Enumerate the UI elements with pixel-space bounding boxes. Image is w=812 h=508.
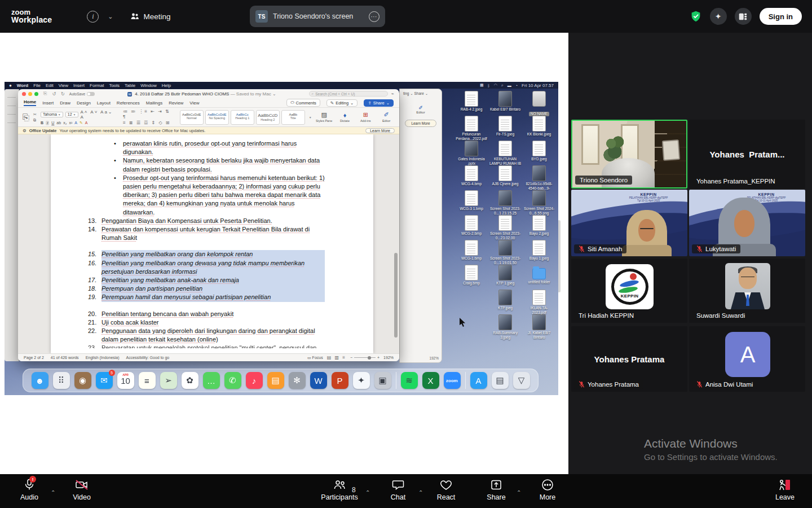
more-button[interactable]: More (535, 478, 561, 501)
battery-icon[interactable]: ▬ (508, 84, 511, 87)
menubar-item[interactable]: Format (90, 83, 104, 88)
learn-more-button[interactable]: Learn More (365, 128, 395, 133)
dock-app-icon[interactable] (465, 372, 466, 389)
word-count[interactable]: 41 of 426 words (51, 356, 79, 360)
font-color-icon[interactable]: A (85, 121, 88, 125)
share-button[interactable]: ⇪ Share ⌄ (364, 99, 394, 107)
dock-app-icon[interactable]: A (470, 372, 487, 389)
menubar-item[interactable]: Table (125, 83, 135, 88)
menubar-item[interactable]: Insert (73, 83, 85, 88)
apple-menu-icon[interactable]: ● (9, 83, 12, 88)
share-options-chevron[interactable]: ⌃ (517, 489, 521, 496)
desktop-icon[interactable]: untitled folder (522, 265, 556, 290)
meeting-info-icon[interactable]: i (87, 11, 99, 23)
video-tile-anisa[interactable]: A Anisa Dwi Utami (689, 326, 805, 392)
desktop-icon[interactable]: BYD.jpeg (522, 141, 556, 165)
dock-app-icon[interactable] (396, 372, 396, 389)
dock-app-icon[interactable]: ♪ (246, 372, 263, 389)
align-buttons[interactable]: ≡ ≣ ☰ ☲ ⇕ ◇ ⊞ (123, 120, 176, 125)
superscript-button[interactable]: x² (69, 121, 72, 125)
desktop-icon[interactable]: KEBUTUHAN LAMPU RUMAH IB (488, 141, 522, 165)
dock-app-icon[interactable]: ≋ (401, 372, 418, 389)
desktop-icon[interactable]: KTP 1.jpeg (488, 265, 522, 290)
desktop-icon[interactable]: RAB-4 2.jpeg (454, 91, 488, 116)
menubar-item[interactable]: Word (17, 83, 28, 88)
dock-app-icon[interactable]: ✆ (224, 372, 241, 389)
more-options-icon[interactable]: ⋯ (369, 11, 379, 22)
style-card[interactable]: AaBb Title (281, 110, 305, 125)
video-tile-tri-hadiah[interactable]: KEPPIN Tri Hadiah KEPPIN (571, 259, 687, 323)
zoom-window-button[interactable] (34, 92, 38, 96)
sign-in-button[interactable]: Sign in (760, 8, 802, 25)
ribbon-tab[interactable]: Mailings (146, 100, 162, 106)
dictate-button[interactable]: ♦Dictate (337, 112, 354, 122)
desktop-icon[interactable]: NO NAME (522, 91, 556, 116)
desktop-icon[interactable]: IKLAN-TA-2023.pdf (522, 290, 556, 314)
chat-options-chevron[interactable]: ⌃ (418, 489, 423, 496)
accessibility-status[interactable]: Accessibility: Good to go (126, 356, 170, 360)
video-tile-yohanes-keppin[interactable]: Yohanes Pratam... Yohanes Pratama_KEPPIN (689, 120, 805, 189)
document-scrollbar[interactable] (394, 253, 398, 338)
menubar-item[interactable]: Window (140, 83, 156, 88)
desktop-icon[interactable]: Fir-TS.jpeg (488, 116, 522, 141)
editing-mode-button[interactable]: ✎ Editing ⌄ (326, 99, 358, 107)
dock-app-icon[interactable]: X (422, 372, 439, 389)
dock-app-icon[interactable]: ➢ (160, 372, 177, 389)
redo-icon[interactable]: ↻ (61, 91, 65, 97)
focus-mode-button[interactable]: ▭ Focus (307, 356, 323, 360)
desktop-icon[interactable]: Jl. Kabel E8/7 Bintaro (522, 314, 556, 339)
video-button[interactable]: Video (68, 478, 96, 501)
desktop-icon[interactable]: Screen Shot 2024-0...6.55 png (522, 190, 556, 215)
paste-button[interactable]: ⎘ (23, 112, 29, 122)
desktop-icon[interactable]: WCG-2.bmp (454, 215, 488, 240)
shared-screen-pill[interactable]: TS Triono Soendoro's screen ⋯ (250, 6, 385, 27)
dock-app-icon[interactable]: ▽ (513, 372, 530, 389)
view-mode-icons[interactable]: ▤ ▥ ≡ (327, 355, 346, 360)
dock-app-icon[interactable]: ☻ (32, 372, 48, 389)
word-search-field[interactable]: ⌕ Search (Cmd + Ctrl + U) (309, 91, 388, 97)
keyboard-icon[interactable]: ▦ (480, 83, 484, 87)
styles-pane-button[interactable]: ▨Styles Pane (316, 111, 333, 122)
ribbon-tab[interactable]: Draw (60, 100, 70, 106)
participants-options-chevron[interactable]: ⌃ (365, 489, 370, 496)
menubar-item[interactable]: Tools (109, 83, 120, 88)
comments-button[interactable]: ⬭ Comments (286, 99, 320, 107)
ribbon-tab[interactable]: Insert (42, 100, 54, 106)
styles-expand-icon[interactable]: ▼ (309, 116, 312, 119)
desktop-icon[interactable]: Screen Shot 2023-0...23.02.00 (488, 215, 522, 240)
style-card[interactable]: AaBbCcDdE Normal (180, 110, 204, 125)
ribbon-tab[interactable]: Review (169, 100, 183, 106)
desktop-icon[interactable]: Peluncuran Perdana...2022.pdf (454, 116, 488, 141)
font-grow-shrink-icons[interactable]: A˄ A˅ Aa⌄ A (81, 110, 119, 120)
cut-icon[interactable]: ✂ (33, 112, 37, 117)
menubar-item[interactable]: Edit (46, 83, 54, 88)
bluetooth-icon[interactable]: ᛒ (488, 84, 490, 87)
style-card[interactable]: AaBbCcDdE No Spacing (205, 110, 229, 125)
dock-app-icon[interactable]: APR10 (117, 372, 134, 389)
save-icon[interactable]: ⎘ (43, 91, 47, 97)
leave-button[interactable]: Leave (771, 478, 798, 501)
desktop-icon[interactable] (454, 290, 488, 314)
share-screen-button[interactable]: Share ⌃ (483, 478, 510, 501)
dock-app-icon[interactable]: ▤ (267, 372, 284, 389)
dock-app-icon[interactable]: ⠿ (53, 372, 70, 389)
highlight-icon[interactable]: ✎ (80, 121, 83, 125)
dock-app-icon[interactable]: ✿ (182, 372, 198, 389)
autosave-toggle[interactable] (87, 92, 95, 96)
desktop-icon[interactable]: Bayu 2.jpeg (522, 215, 556, 240)
close-window-button[interactable] (22, 92, 26, 96)
font-name-select[interactable]: Tahoma▼ (41, 112, 63, 117)
desktop-icon[interactable]: Screen Shot 2023-0...1 19.01.50 (488, 240, 522, 265)
desktop-icon[interactable]: WCG-4.bmp (454, 165, 488, 190)
search-icon[interactable]: ⌕ (501, 83, 504, 87)
dock-app-icon[interactable]: ▣ (374, 372, 391, 389)
dock-app-icon[interactable]: ✻ (289, 372, 306, 389)
menubar-item[interactable]: View (59, 83, 68, 88)
subscript-button[interactable]: x₂ (63, 121, 67, 125)
style-card[interactable]: AaBbCcD Heading 2 (256, 110, 280, 125)
video-tile-siti[interactable]: KEPPIN PELATIHAN EBL-KERP-digiTEPP Tgl 1… (571, 190, 687, 256)
ribbon-tab[interactable]: Design (77, 100, 91, 106)
dock-app-icon[interactable]: … (203, 372, 220, 389)
video-tile-triono[interactable]: Triono Soendoro (571, 120, 687, 189)
video-tile-suwardi[interactable]: Suwardi Suwardi (689, 259, 805, 323)
